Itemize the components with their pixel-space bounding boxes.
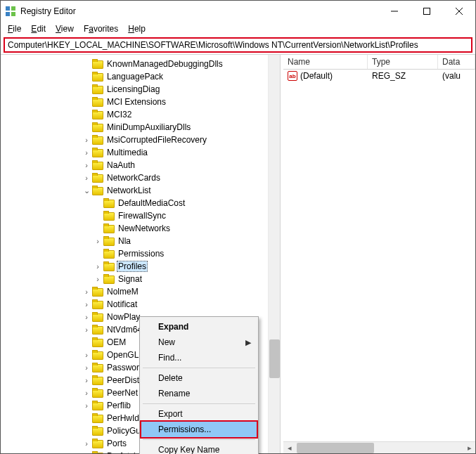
address-bar[interactable] xyxy=(5,39,471,51)
folder-icon xyxy=(103,211,115,221)
ctx-delete[interactable]: Delete xyxy=(141,370,257,386)
minimize-button[interactable] xyxy=(378,1,411,22)
ctx-copy-key-name[interactable]: Copy Key Name xyxy=(141,442,257,454)
values-pane[interactable]: Name Type Data ab(Default)REG_SZ(valu ◂ … xyxy=(283,55,475,453)
chevron-right-icon[interactable]: › xyxy=(82,351,91,359)
permissions-highlight: Permissions... xyxy=(140,420,258,439)
tree-node-label[interactable]: LanguagePack xyxy=(105,72,165,82)
tree-node-label[interactable]: Multimedia xyxy=(105,148,149,157)
folder-icon xyxy=(92,363,103,372)
tree-node[interactable]: MCI Extensions xyxy=(4,96,280,108)
ctx-expand[interactable]: Expand xyxy=(141,319,257,335)
tree-node-label[interactable]: NetworkList xyxy=(105,186,153,195)
menu-file[interactable]: F/*noop*/ile xyxy=(4,23,25,34)
title-bar[interactable]: Registry Editor xyxy=(1,1,475,22)
menu-view[interactable]: View xyxy=(51,23,78,34)
tree-node[interactable]: LanguagePack xyxy=(4,70,280,83)
tree-node-label[interactable]: Profiles xyxy=(117,261,148,272)
tree-node-label[interactable]: Permissions xyxy=(117,249,165,259)
tree-node-label[interactable]: NewNetworks xyxy=(117,223,172,233)
ctx-permissions[interactable]: Permissions... xyxy=(141,422,257,437)
values-hscrollbar[interactable]: ◂ ▸ xyxy=(283,441,475,453)
col-data[interactable]: Data xyxy=(438,55,475,69)
chevron-right-icon[interactable]: › xyxy=(82,313,91,321)
tree-node-label[interactable]: Perflib xyxy=(105,401,132,410)
close-button[interactable] xyxy=(443,1,475,22)
ctx-rename[interactable]: Rename xyxy=(141,386,257,401)
tree-node-label[interactable]: MCI32 xyxy=(105,110,133,119)
scroll-thumb[interactable] xyxy=(269,339,280,378)
chevron-right-icon[interactable]: › xyxy=(82,376,91,384)
menu-help[interactable]: Help xyxy=(124,23,150,34)
menu-edit[interactable]: Edit xyxy=(27,23,50,34)
chevron-right-icon[interactable]: › xyxy=(82,287,91,296)
tree-node[interactable]: DefaultMediaCost xyxy=(4,197,280,209)
col-type[interactable]: Type xyxy=(368,55,438,69)
twisty-none xyxy=(82,85,91,93)
tree-node-label[interactable]: NetworkCards xyxy=(105,173,162,183)
tree-node-label[interactable]: NowPlay xyxy=(105,312,141,322)
tree-node[interactable]: ›Profiles xyxy=(4,260,280,273)
values-header[interactable]: Name Type Data xyxy=(283,55,475,70)
tree-node-label[interactable]: LicensingDiag xyxy=(105,84,161,94)
tree-node[interactable]: ›Multimedia xyxy=(4,146,280,159)
tree-node[interactable]: Permissions xyxy=(4,247,280,260)
scroll-left-button[interactable]: ◂ xyxy=(283,441,295,453)
tree-node[interactable]: MiniDumpAuxiliaryDlls xyxy=(4,121,280,134)
tree-node-label[interactable]: NaAuth xyxy=(105,160,136,170)
chevron-right-icon[interactable]: › xyxy=(82,401,91,410)
chevron-right-icon[interactable]: › xyxy=(82,174,91,182)
scroll-right-button[interactable]: ▸ xyxy=(463,441,475,453)
chevron-right-icon[interactable]: › xyxy=(94,262,102,271)
tree-node-label[interactable]: MiniDumpAuxiliaryDlls xyxy=(105,122,192,132)
tree-node-label[interactable]: Ports xyxy=(105,439,128,448)
scroll-thumb[interactable] xyxy=(297,443,374,453)
tree-node[interactable]: KnownManagedDebuggingDlls xyxy=(4,58,280,70)
chevron-right-icon[interactable]: › xyxy=(82,161,91,169)
tree-node[interactable]: ›NaAuth xyxy=(4,159,280,171)
tree-node[interactable]: NewNetworks xyxy=(4,222,280,235)
tree-node[interactable]: MCI32 xyxy=(4,108,280,121)
tree-node-label[interactable]: NtVdm64 xyxy=(105,325,143,335)
tree-node[interactable]: ›Signat xyxy=(4,273,280,285)
chevron-right-icon[interactable]: › xyxy=(94,275,102,283)
ctx-new[interactable]: New▶ xyxy=(141,335,257,350)
tree-node-label[interactable]: FirewallSync xyxy=(117,211,167,221)
tree-node-label[interactable]: OEM xyxy=(105,337,127,347)
tree-node-label[interactable]: MCI Extensions xyxy=(105,97,167,107)
chevron-right-icon[interactable]: › xyxy=(82,300,91,309)
tree-node-label[interactable]: Nla xyxy=(117,236,132,246)
chevron-right-icon[interactable]: › xyxy=(82,439,91,448)
tree-node-label[interactable]: PeerDist xyxy=(105,375,141,385)
tree-node[interactable]: LicensingDiag xyxy=(4,83,280,96)
ctx-export[interactable]: Export xyxy=(141,406,257,422)
tree-node[interactable]: ›NetworkCards xyxy=(4,171,280,184)
chevron-right-icon[interactable]: › xyxy=(82,389,91,397)
tree-node-label[interactable]: NolmeM xyxy=(105,287,140,297)
chevron-down-icon[interactable]: ⌄ xyxy=(82,186,91,195)
chevron-right-icon[interactable]: › xyxy=(94,237,102,245)
maximize-button[interactable] xyxy=(411,1,443,22)
value-row[interactable]: ab(Default)REG_SZ(valu xyxy=(283,70,475,82)
chevron-right-icon[interactable]: › xyxy=(82,325,91,334)
tree-node-label[interactable]: KnownManagedDebuggingDlls xyxy=(105,59,224,69)
ctx-find[interactable]: Find... xyxy=(141,350,257,365)
tree-node[interactable]: ›MsiCorruptedFileRecovery xyxy=(4,134,280,146)
chevron-right-icon[interactable]: › xyxy=(82,136,91,144)
tree-node-label[interactable]: PeerNet xyxy=(105,388,139,398)
tree-scrollbar[interactable] xyxy=(268,55,280,453)
menu-favorites[interactable]: Favorites xyxy=(79,23,122,34)
tree-node-label[interactable]: DefaultMediaCost xyxy=(117,198,186,208)
tree-node-label[interactable]: MsiCorruptedFileRecovery xyxy=(105,135,208,145)
tree-node[interactable]: ›NolmeM xyxy=(4,285,280,298)
tree-node-label[interactable]: Notificat xyxy=(105,299,139,309)
tree-node[interactable]: ⌄NetworkList xyxy=(4,184,280,197)
chevron-right-icon[interactable]: › xyxy=(82,452,91,453)
chevron-right-icon[interactable]: › xyxy=(82,148,91,157)
tree-node[interactable]: ›Nla xyxy=(4,235,280,247)
chevron-right-icon[interactable]: › xyxy=(82,363,91,372)
col-name[interactable]: Name xyxy=(283,55,368,69)
tree-node[interactable]: ›Notificat xyxy=(4,298,280,311)
tree-node-label[interactable]: Signat xyxy=(117,274,143,284)
tree-node[interactable]: FirewallSync xyxy=(4,209,280,222)
